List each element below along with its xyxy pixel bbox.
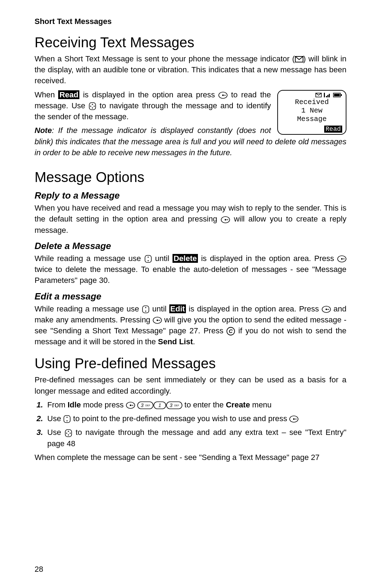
svg-text:DEF: DEF — [145, 404, 150, 407]
para-reply: When you have received and read a messag… — [35, 202, 346, 236]
nav-key-icon — [65, 429, 72, 437]
svg-rect-5 — [329, 94, 330, 97]
page-number: 28 — [35, 565, 43, 574]
svg-rect-3 — [326, 96, 327, 97]
step-3: Use to navigate through the message and … — [45, 427, 346, 449]
para-predefined-outro: When complete the message can be sent - … — [35, 452, 346, 463]
svg-point-46 — [293, 418, 295, 420]
screen-line-2: 1 New — [280, 107, 344, 115]
subsection-edit: Edit a message — [35, 291, 346, 302]
svg-point-50 — [66, 432, 67, 434]
svg-text:1: 1 — [158, 402, 161, 408]
svg-point-43 — [67, 417, 68, 418]
phone-screen-figure: Received 1 New Message Read — [277, 90, 346, 135]
svg-point-44 — [67, 420, 68, 422]
step-1: From Idle mode press 3DEF13DEF to enter … — [45, 399, 346, 410]
svg-point-14 — [90, 106, 91, 107]
para-delete: While reading a message use until Delete… — [35, 253, 346, 286]
manual-page: Short Text Messages Receiving Text Messa… — [0, 0, 381, 588]
svg-rect-4 — [327, 95, 328, 97]
section-title-options: Message Options — [35, 169, 346, 185]
select-key-icon — [218, 92, 228, 99]
key-1-icon: 1 — [153, 401, 166, 409]
signal-icon — [324, 93, 331, 97]
section-title-predefined: Using Pre-defined Messages — [35, 356, 346, 371]
select-key-icon — [153, 317, 162, 324]
envelope-icon — [295, 56, 303, 62]
nav-key-icon — [142, 305, 150, 314]
select-key-icon — [221, 216, 230, 223]
select-key-icon — [289, 416, 298, 423]
select-key-icon — [322, 306, 331, 313]
para-edit: While reading a message use until Edit i… — [35, 303, 346, 347]
key-3-icon: 3DEF — [166, 401, 182, 409]
svg-point-49 — [68, 434, 69, 435]
para-predefined-intro: Pre-defined messages can be sent immedia… — [35, 374, 346, 396]
svg-rect-7 — [334, 94, 340, 96]
svg-rect-8 — [341, 94, 342, 96]
envelope-icon — [315, 93, 322, 97]
c-key-icon: C — [226, 327, 235, 335]
subsection-delete: Delete a Message — [35, 241, 346, 251]
svg-text:3: 3 — [141, 402, 144, 408]
nav-key-icon — [63, 415, 71, 423]
key-3-icon: 3DEF — [137, 401, 153, 409]
svg-text:3: 3 — [170, 402, 173, 408]
page-header: Short Text Messages — [35, 17, 346, 26]
svg-point-19 — [147, 256, 149, 257]
svg-point-20 — [147, 260, 149, 261]
select-key-icon — [126, 402, 135, 409]
screen-line-3: Message — [280, 115, 344, 123]
svg-rect-42 — [64, 416, 70, 423]
read-label: Read — [58, 90, 79, 99]
para-intro: When a Short Text Message is sent to you… — [35, 53, 346, 86]
svg-point-27 — [325, 309, 327, 310]
delete-label: Delete — [173, 254, 198, 263]
svg-point-24 — [145, 307, 146, 308]
svg-point-48 — [68, 431, 69, 432]
svg-text:C: C — [229, 328, 233, 334]
nav-key-icon — [89, 102, 96, 110]
svg-point-15 — [93, 106, 95, 107]
battery-icon — [333, 93, 342, 97]
screen-softkey: Read — [280, 126, 344, 133]
svg-point-25 — [145, 310, 146, 311]
svg-point-29 — [157, 320, 158, 321]
svg-point-10 — [222, 95, 224, 96]
svg-point-12 — [92, 104, 93, 105]
status-bar — [280, 93, 344, 97]
edit-label: Edit — [169, 304, 186, 313]
svg-rect-2 — [324, 93, 325, 97]
svg-point-51 — [69, 432, 71, 434]
send-list-label: Send List — [158, 337, 193, 346]
screen-line-1: Received — [280, 98, 344, 107]
svg-point-22 — [341, 258, 343, 260]
svg-point-13 — [92, 108, 93, 109]
svg-rect-23 — [143, 306, 149, 313]
svg-text:DEF: DEF — [174, 404, 179, 407]
select-key-icon — [337, 255, 346, 262]
section-title-receiving: Receiving Text Messages — [35, 35, 346, 50]
svg-point-17 — [225, 219, 226, 220]
subsection-reply: Reply to a Message — [35, 190, 346, 201]
step-2: Use to point to the pre-defined message … — [45, 413, 346, 424]
svg-point-33 — [129, 405, 131, 406]
svg-rect-18 — [145, 255, 151, 262]
nav-key-icon — [144, 255, 152, 263]
steps-list: From Idle mode press 3DEF13DEF to enter … — [45, 399, 346, 449]
